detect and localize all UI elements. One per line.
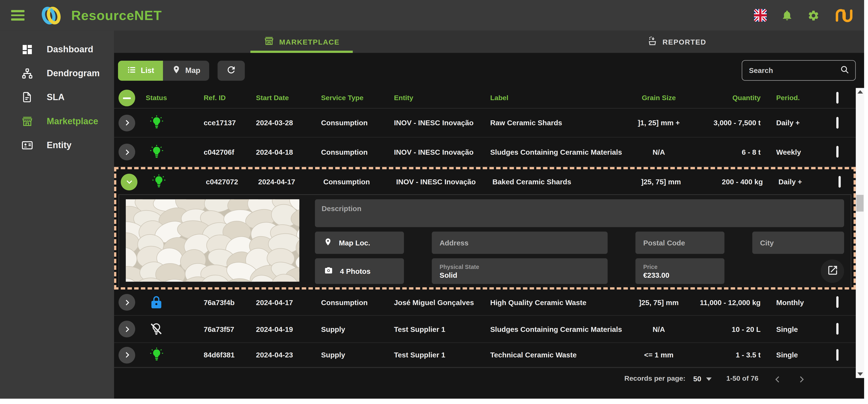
chevron-right-icon	[123, 148, 131, 156]
records-per-page-select[interactable]: 50	[693, 375, 712, 383]
top-bar: ResourceNET	[0, 0, 864, 31]
ref-id: 76a73f4b	[173, 298, 256, 307]
quantity: 3,000 - 7,500 t	[714, 118, 761, 127]
rings-logo-icon[interactable]	[40, 4, 62, 26]
menu-icon[interactable]	[11, 7, 28, 24]
scroll-up-arrow[interactable]	[857, 90, 863, 93]
chevron-right-icon	[123, 118, 131, 127]
map-view-button[interactable]: Map	[163, 60, 209, 81]
quantity: 1 - 3.5 t	[736, 351, 761, 359]
pagination-range: 1-50 of 76	[726, 375, 758, 382]
badge-icon	[21, 138, 34, 152]
dashboard-icon	[21, 42, 34, 56]
toolbar: List Map	[114, 53, 864, 88]
select-all-checkbox[interactable]	[836, 92, 839, 104]
list-view-button[interactable]: List	[118, 60, 163, 81]
chevron-right-icon	[797, 375, 806, 384]
bulb-on-icon	[151, 174, 166, 190]
service-type: Supply	[321, 325, 394, 333]
postal-code-field: Postal Code	[636, 232, 724, 254]
table-row[interactable]: 76a73f57 2024-04-19 Supply Test Supplier…	[114, 316, 856, 343]
row-checkbox[interactable]	[836, 349, 839, 360]
lock-icon	[149, 295, 164, 310]
period: Single	[776, 325, 819, 333]
photos-button[interactable]: 4 Photos	[315, 258, 404, 284]
start-date: 2024-04-23	[256, 351, 321, 359]
chevron-left-icon	[773, 375, 782, 384]
view-toggle: List Map	[118, 60, 209, 81]
row-expander[interactable]	[121, 173, 137, 190]
row-checkbox[interactable]	[836, 296, 839, 308]
row-expander[interactable]	[119, 321, 135, 337]
row-checkbox[interactable]	[836, 323, 839, 335]
service-type: Consumption	[321, 118, 394, 127]
sidebar-item-dendrogram[interactable]: Dendrogram	[0, 61, 114, 85]
service-type: Consumption	[323, 178, 396, 186]
bulb-on-icon	[149, 347, 164, 363]
chevron-right-icon	[123, 325, 131, 333]
row-expander[interactable]	[119, 347, 135, 363]
col-period: Period.	[776, 94, 819, 102]
wave-logo-icon[interactable]	[834, 6, 854, 24]
row-expander[interactable]	[119, 114, 135, 131]
table-row[interactable]: 84d6f381 2024-04-23 Supply Test Supplier…	[114, 343, 856, 368]
open-detail-button[interactable]	[820, 260, 844, 283]
label: Technical Ceramic Waste	[490, 351, 617, 359]
prev-page-button[interactable]	[773, 375, 782, 384]
table-row[interactable]: cce17137 2024-03-28 Consumption INOV - I…	[114, 109, 856, 138]
physical-state-field: Physical State Solid	[432, 258, 608, 284]
table-row[interactable]: c042706f 2024-04-18 Consumption INOV - I…	[114, 138, 856, 167]
uk-flag-icon[interactable]	[754, 9, 767, 22]
status-icon	[149, 322, 164, 336]
period: Daily +	[776, 118, 819, 127]
bell-icon[interactable]	[781, 9, 793, 21]
tab-marketplace[interactable]: MARKETPLACE	[114, 31, 489, 53]
col-service-type: Service Type	[321, 94, 394, 102]
expanded-row-group: c0427072 2024-04-17 Consumption INOV - I…	[114, 167, 856, 289]
sidebar-item-dashboard[interactable]: Dashboard	[0, 37, 114, 61]
row-expander[interactable]	[119, 294, 135, 311]
refresh-button[interactable]	[218, 60, 245, 81]
sidebar-item-entity[interactable]: Entity	[0, 133, 114, 157]
tab-reported[interactable]: REPORTED	[489, 31, 864, 53]
table-row[interactable]: 76a73f4b 2024-04-17 Consumption José Mig…	[114, 290, 856, 316]
quantity: 11,000 - 12,000 kg	[700, 298, 761, 307]
vertical-scrollbar[interactable]	[856, 88, 864, 378]
ref-id: c0427072	[175, 178, 258, 186]
sidebar-item-marketplace[interactable]: Marketplace	[0, 109, 114, 133]
col-ref-id: Ref. ID	[173, 94, 256, 102]
app-title: ResourceNET	[71, 7, 162, 23]
quantity: 6 - 8 t	[742, 148, 761, 156]
search-icon	[840, 64, 849, 77]
list-icon	[127, 65, 136, 76]
search-input[interactable]	[749, 66, 840, 75]
open-in-new-icon	[827, 264, 838, 278]
label: Sludges Containing Ceramic Materials	[490, 148, 617, 156]
row-checkbox[interactable]	[836, 146, 839, 157]
description-field: Description	[315, 199, 844, 227]
collapse-all-button[interactable]	[119, 90, 135, 107]
start-date: 2024-04-17	[256, 298, 321, 307]
next-page-button[interactable]	[797, 375, 806, 384]
app-window: ResourceNET	[0, 0, 864, 399]
gear-icon[interactable]	[807, 9, 819, 22]
ref-id: 84d6f381	[173, 351, 256, 359]
label: Baked Ceramic Shards	[492, 178, 619, 186]
row-checkbox[interactable]	[836, 117, 839, 128]
table-header: Status Ref. ID Start Date Service Type E…	[114, 88, 856, 109]
period: Single	[776, 351, 819, 359]
status-icon	[149, 115, 164, 131]
city-field: City	[752, 232, 844, 254]
table-row-expanded[interactable]: c0427072 2024-04-17 Consumption INOV - I…	[116, 169, 854, 194]
sidebar-item-sla[interactable]: SLA	[0, 85, 114, 109]
row-checkbox[interactable]	[839, 176, 841, 187]
scrollbar-thumb[interactable]	[856, 195, 864, 212]
bulb-off-icon	[149, 322, 164, 336]
entity: Test Supplier 1	[394, 325, 490, 333]
scroll-down-arrow[interactable]	[857, 373, 863, 376]
row-expander[interactable]	[119, 144, 135, 161]
chevron-down-icon	[125, 178, 133, 186]
map-location-button[interactable]: Map Loc.	[315, 232, 404, 254]
bulb-on-icon	[149, 144, 164, 160]
period: Monthly	[776, 298, 819, 307]
